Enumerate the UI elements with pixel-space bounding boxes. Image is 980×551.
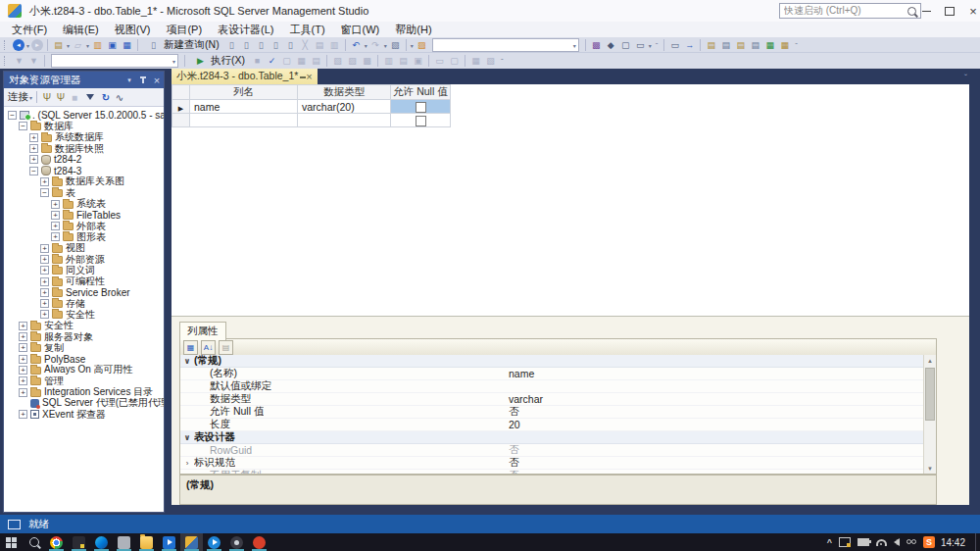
register-function-icon[interactable]: ▤ bbox=[748, 38, 762, 52]
connect-button[interactable]: 连接 bbox=[8, 90, 28, 104]
activity-monitor-icon[interactable]: ▩ bbox=[589, 38, 604, 52]
tree-expander-icon[interactable]: + bbox=[51, 232, 60, 241]
tray-expand-icon[interactable]: ^ bbox=[827, 537, 832, 547]
cancel-query-icon[interactable]: ▢ bbox=[279, 54, 294, 68]
tree-item-19[interactable]: +安全性 bbox=[4, 309, 164, 320]
cut-icon[interactable]: ╳ bbox=[298, 38, 313, 52]
battery-icon[interactable] bbox=[858, 538, 869, 546]
property-category-7[interactable]: ∨表设计器 bbox=[180, 431, 923, 444]
pin-icon[interactable] bbox=[136, 73, 150, 87]
menu-item-5[interactable]: 表设计器(L) bbox=[210, 22, 281, 38]
new-query-button[interactable]: ▯新建查询(N) bbox=[141, 38, 224, 53]
stop-icon[interactable]: ■ bbox=[250, 54, 265, 68]
dropdown-caret-icon[interactable] bbox=[86, 42, 89, 49]
notes-app-icon[interactable] bbox=[68, 533, 90, 551]
tree-expander-icon[interactable]: + bbox=[19, 343, 27, 352]
tree-item-10[interactable]: +FileTables bbox=[4, 210, 164, 221]
dropdown-caret-icon[interactable] bbox=[384, 42, 387, 49]
close-button[interactable]: × bbox=[961, 0, 980, 22]
media-player-icon[interactable] bbox=[203, 533, 225, 551]
ime-icon[interactable]: S bbox=[923, 536, 935, 548]
property-row-2[interactable]: (名称)name bbox=[180, 368, 923, 380]
property-value[interactable]: 否 bbox=[509, 443, 519, 457]
code-analysis-icon[interactable]: ▧ bbox=[388, 38, 403, 52]
row-selector-cell[interactable]: ▶ bbox=[172, 100, 190, 114]
tree-expander-icon[interactable]: − bbox=[19, 122, 27, 130]
tree-expander-icon[interactable]: − bbox=[40, 188, 49, 197]
grid-corner-header[interactable] bbox=[172, 85, 190, 100]
launch-icon[interactable]: ▨ bbox=[415, 38, 429, 52]
connect-object-icon[interactable]: Ψ bbox=[40, 90, 54, 104]
navigate-forward-icon[interactable]: ► bbox=[31, 39, 43, 51]
expand-icon[interactable]: › bbox=[180, 459, 194, 468]
tree-expander-icon[interactable]: + bbox=[51, 200, 60, 209]
register-view-icon[interactable]: ▤ bbox=[718, 38, 733, 52]
property-row-6[interactable]: 长度20 bbox=[180, 419, 923, 431]
toolbar-overflow-icon[interactable] bbox=[501, 57, 504, 66]
tree-expander-icon[interactable]: + bbox=[19, 332, 27, 341]
specify-values-icon[interactable]: ▣ bbox=[411, 54, 425, 68]
paste-icon[interactable]: ▥ bbox=[327, 38, 342, 52]
data-type-cell[interactable] bbox=[298, 114, 391, 127]
tree-expander-icon[interactable]: + bbox=[19, 322, 27, 330]
options-a-icon[interactable]: ▦ bbox=[468, 54, 483, 68]
toolbar-combobox[interactable] bbox=[432, 38, 579, 52]
grid-column-header-1[interactable]: 列名 bbox=[190, 85, 298, 100]
execute-button[interactable]: ▶执行(X) bbox=[188, 54, 250, 69]
menu-item-7[interactable]: 窗口(W) bbox=[333, 22, 388, 38]
screenshot-tool-icon[interactable] bbox=[839, 537, 851, 547]
sqlcmd-icon[interactable]: ▭ bbox=[432, 54, 447, 68]
tree-item-22[interactable]: +复制 bbox=[4, 342, 164, 353]
register-schema-icon[interactable]: ▦ bbox=[762, 38, 777, 52]
database-query-icon[interactable]: ▯ bbox=[283, 38, 298, 52]
tree-expander-icon[interactable]: + bbox=[19, 388, 27, 397]
dropdown-caret-icon[interactable] bbox=[649, 42, 652, 49]
scroll-down-icon[interactable]: ▼ bbox=[924, 463, 936, 474]
tree-item-16[interactable]: +可编程性 bbox=[4, 276, 164, 286]
grid-column-header-2[interactable]: 数据类型 bbox=[298, 85, 391, 100]
tree-expander-icon[interactable]: + bbox=[19, 366, 27, 375]
browser-app-icon[interactable] bbox=[225, 533, 248, 551]
toolbar-grip[interactable] bbox=[4, 56, 8, 66]
menu-item-4[interactable]: 项目(P) bbox=[158, 22, 210, 38]
tree-item-5[interactable]: +t284-2 bbox=[4, 154, 164, 165]
taskbar-clock[interactable]: 14:42 bbox=[941, 537, 965, 548]
redo-icon[interactable]: ↷ bbox=[368, 38, 383, 52]
toolbar-grip[interactable] bbox=[4, 40, 8, 50]
scroll-up-icon[interactable]: ▲ bbox=[924, 355, 936, 366]
register-sproc-icon[interactable]: ▤ bbox=[733, 38, 748, 52]
menu-item-3[interactable]: 视图(V) bbox=[107, 22, 159, 38]
property-row-9[interactable]: ›标识规范否 bbox=[180, 457, 923, 470]
refresh-icon[interactable]: ↻ bbox=[99, 90, 113, 104]
extend-display-icon[interactable]: ▭ bbox=[667, 38, 682, 52]
tree-item-7[interactable]: +数据库关系图 bbox=[4, 176, 164, 187]
tree-item-18[interactable]: +存储 bbox=[4, 298, 164, 309]
indent-icon[interactable]: ▥ bbox=[381, 54, 396, 68]
options-b-icon[interactable]: ▧ bbox=[483, 54, 498, 68]
undo-icon[interactable]: ↶ bbox=[349, 38, 364, 52]
tree-item-9[interactable]: +系统表 bbox=[4, 198, 164, 209]
menu-item-2[interactable]: 编辑(E) bbox=[55, 22, 107, 38]
people-icon[interactable] bbox=[906, 539, 916, 546]
allow-nulls-checkbox[interactable] bbox=[416, 102, 426, 113]
wrench-icon[interactable]: ◆ bbox=[604, 38, 618, 52]
tree-item-6[interactable]: −t284-3 bbox=[4, 165, 164, 175]
tree-expander-icon[interactable]: + bbox=[40, 277, 49, 286]
tree-expander-icon[interactable]: + bbox=[40, 266, 49, 275]
scrollbar-thumb[interactable] bbox=[925, 368, 935, 421]
property-grid-scrollbar[interactable]: ▲ ▼ bbox=[923, 355, 936, 474]
edge-icon[interactable] bbox=[90, 533, 113, 551]
source-control-icon[interactable]: ▥ bbox=[90, 38, 105, 52]
dropdown-caret-icon[interactable] bbox=[26, 42, 29, 49]
property-value[interactable]: 否 bbox=[509, 456, 519, 470]
wifi-icon[interactable] bbox=[876, 539, 887, 546]
save-all-icon[interactable]: ▦ bbox=[120, 38, 134, 52]
menu-item-8[interactable]: 帮助(H) bbox=[387, 22, 439, 38]
results-grid-icon[interactable]: ▦ bbox=[294, 54, 309, 68]
property-row-3[interactable]: 默认值或绑定 bbox=[180, 380, 923, 393]
object-explorer-header[interactable]: 对象资源管理器 ▾ × bbox=[4, 72, 164, 88]
save-icon[interactable]: ▣ bbox=[105, 38, 120, 52]
volume-icon[interactable] bbox=[894, 538, 900, 546]
debug-icon[interactable]: ▢ bbox=[447, 54, 462, 68]
new-mdx-query-icon[interactable]: ▯ bbox=[239, 38, 254, 52]
